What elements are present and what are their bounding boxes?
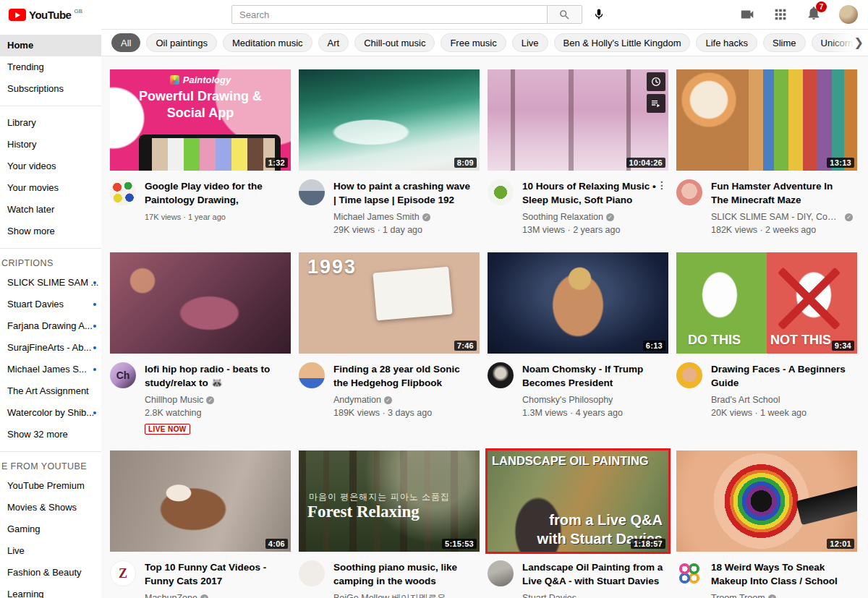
sidebar-item-library[interactable]: Library [0, 112, 101, 134]
youtube-logo[interactable]: YouTube GB [9, 0, 82, 29]
video-title[interactable]: Landscape Oil Painting from a Live Q&A -… [522, 560, 664, 588]
chevron-right-icon[interactable]: ❯ [854, 35, 864, 50]
watch-later-icon[interactable] [647, 72, 665, 91]
video-thumbnail[interactable]: 10:04:26 [488, 69, 668, 171]
video-thumbnail[interactable]: Paintology Powerful Drawing & Social App… [110, 69, 291, 171]
chip-free-music[interactable]: Free music [441, 33, 506, 52]
channel-avatar[interactable] [299, 179, 325, 205]
channel-name[interactable]: MashupZone✓ [145, 591, 286, 598]
create-video-icon[interactable] [739, 7, 755, 22]
sidebar-item-movies-shows[interactable]: Movies & Shows [0, 497, 101, 518]
sidebar-channel-surajfinearts[interactable]: SurajFineArts - Ab... [0, 337, 101, 359]
channel-name[interactable]: Troom Troom✓ [711, 591, 853, 598]
video-title[interactable]: Fun Hamster Adventure In The Minecraft M… [711, 179, 853, 207]
channel-avatar[interactable] [299, 560, 325, 586]
channel-avatar[interactable] [676, 560, 702, 586]
video-thumbnail[interactable]: 4:06 [110, 450, 291, 552]
video-duration: 4:06 [265, 539, 288, 549]
video-options-menu-icon[interactable]: ⋮ [657, 179, 667, 191]
channel-name[interactable]: Michael James Smith✓ [333, 210, 475, 223]
video-thumbnail[interactable]: 13:13 [676, 69, 857, 171]
channel-avatar[interactable] [676, 179, 702, 205]
add-to-queue-icon[interactable] [647, 94, 665, 113]
video-thumbnail[interactable]: 마음이 평온해지는 피아노 소품집 Forest Relaxing 5:15:5… [299, 450, 480, 552]
channel-avatar[interactable] [488, 560, 514, 586]
voice-search-button[interactable] [592, 8, 605, 21]
chip-art[interactable]: Art [318, 33, 349, 52]
video-thumbnail[interactable]: 12:01 [676, 450, 857, 552]
search-input[interactable] [231, 5, 548, 24]
channel-avatar[interactable] [299, 362, 325, 388]
channel-name[interactable]: SLICK SLIME SAM - DIY, Comedy, Sc...✓ [711, 210, 853, 223]
chip-chill-out-music[interactable]: Chill-out music [354, 33, 435, 52]
channel-avatar[interactable] [676, 362, 702, 388]
sidebar-channel-watercolor-by-shib[interactable]: Watercolor by Shib... [0, 402, 101, 424]
channel-name[interactable]: BeiGe Mellow 베이지멜로우 [333, 591, 475, 598]
video-thumbnail[interactable]: 1993 7:46 [299, 252, 480, 354]
sidebar-item-trending[interactable]: Trending [0, 56, 101, 78]
sidebar-item-subscriptions[interactable]: Subscriptions [0, 78, 101, 100]
channel-name[interactable]: Chomsky's Philosophy [522, 393, 664, 406]
channel-name[interactable]: Stuart Davies [522, 591, 664, 598]
video-title[interactable]: Soothing piano music, like camping in th… [333, 560, 475, 588]
chip-meditation-music[interactable]: Meditation music [223, 33, 312, 52]
new-content-dot [93, 325, 96, 328]
video-title[interactable]: Finding a 28 year old Sonic the Hedgehog… [333, 362, 475, 390]
sidebar-item-history[interactable]: History [0, 134, 101, 155]
video-title[interactable]: How to paint a crashing wave | Time laps… [333, 179, 475, 207]
channel-avatar[interactable]: Ch [110, 362, 136, 388]
sidebar-channel-slick-slime-sam[interactable]: SLICK SLIME SAM ... [0, 272, 101, 294]
sidebar-item-live[interactable]: Live [0, 540, 101, 562]
sidebar-item-fashion-beauty[interactable]: Fashion & Beauty [0, 562, 101, 584]
video-meta: 13M views · 2 years ago [522, 223, 664, 236]
sidebar-item-gaming[interactable]: Gaming [0, 518, 101, 540]
video-thumbnail[interactable]: 8:09 [299, 69, 480, 171]
sidebar-channel-michael-james[interactable]: Michael James S... [0, 359, 101, 380]
chip-life-hacks[interactable]: Life hacks [696, 33, 757, 52]
channel-name[interactable]: Soothing Relaxation✓ [522, 210, 664, 223]
chip-ben-hollys-little-kingdom[interactable]: Ben & Holly's Little Kingdom [554, 33, 691, 52]
video-thumbnail[interactable]: DO THIS NOT THIS 9:34 [676, 252, 857, 354]
notifications-button[interactable]: 7 [806, 5, 822, 24]
channel-name[interactable]: Andymation✓ [333, 393, 475, 406]
chip-all[interactable]: All [111, 33, 140, 52]
thumbnail-brand-text: Paintology [110, 74, 291, 85]
sidebar-item-home[interactable]: Home [0, 35, 101, 56]
account-avatar[interactable] [839, 5, 858, 24]
sidebar-channel-stuart-davies[interactable]: Stuart Davies [0, 294, 101, 315]
video-title[interactable]: Drawing Faces - A Beginners Guide [711, 362, 853, 390]
apps-grid-icon[interactable] [773, 7, 788, 22]
video-thumbnail-selected[interactable]: LANDSCAPE OIL PAINTING from a Live Q&A w… [488, 450, 668, 552]
sidebar-item-watch-later[interactable]: Watch later [0, 199, 101, 221]
sidebar-show-32-more[interactable]: Show 32 more [0, 424, 101, 445]
video-thumbnail[interactable] [110, 252, 291, 354]
channel-avatar[interactable] [110, 179, 136, 205]
video-title[interactable]: Noam Chomsky - If Trump Becomes Presiden… [522, 362, 664, 390]
search-bar [231, 5, 605, 24]
verified-badge-icon: ✓ [384, 396, 392, 404]
channel-avatar[interactable]: Z [110, 560, 136, 586]
chip-slime[interactable]: Slime [763, 33, 806, 52]
chip-oil-paintings[interactable]: Oil paintings [146, 33, 217, 52]
video-title[interactable]: lofi hip hop radio - beats to study/rela… [145, 362, 286, 390]
paintology-app-icon [170, 75, 179, 85]
channel-name[interactable]: Chillhop Music✓ [145, 393, 286, 406]
sidebar-channel-farjana-drawing[interactable]: Farjana Drawing A... [0, 315, 101, 337]
video-title[interactable]: 18 Weird Ways To Sneak Makeup Into Class… [711, 560, 853, 588]
channel-avatar[interactable] [488, 362, 514, 388]
chip-live[interactable]: Live [512, 33, 548, 52]
sidebar-item-youtube-premium[interactable]: YouTube Premium [0, 475, 101, 497]
video-title[interactable]: 10 Hours of Relaxing Music • Sleep Music… [522, 179, 664, 207]
video-title[interactable]: Top 10 Funny Cat Videos - Funny Cats 201… [145, 560, 286, 588]
sidebar-item-learning[interactable]: Learning [0, 584, 101, 598]
search-button[interactable] [548, 5, 582, 24]
video-thumbnail[interactable]: 6:13 [488, 252, 668, 354]
channel-avatar[interactable] [488, 179, 514, 205]
channel-name[interactable]: Brad's Art School [711, 393, 853, 406]
sidebar-item-show-more[interactable]: Show more [0, 221, 101, 242]
video-duration: 8:09 [454, 158, 477, 168]
video-title[interactable]: Google Play video for the Paintology Dra… [145, 179, 286, 207]
sidebar-channel-art-assignment[interactable]: The Art Assignment [0, 380, 101, 402]
sidebar-item-your-videos[interactable]: Your videos [0, 155, 101, 177]
sidebar-item-your-movies[interactable]: Your movies [0, 177, 101, 199]
